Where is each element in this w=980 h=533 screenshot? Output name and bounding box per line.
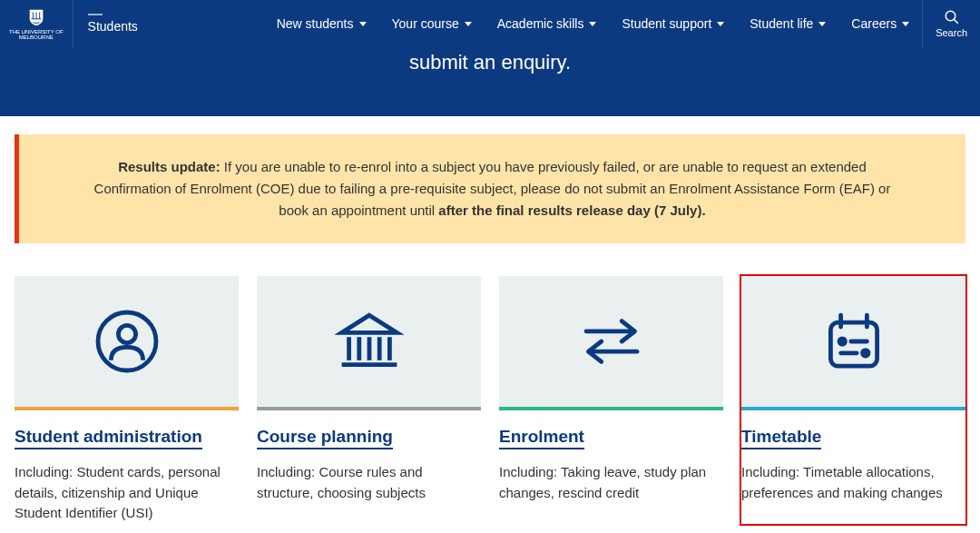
students-label: Students — [88, 19, 138, 34]
card-title-link[interactable]: Enrolment — [499, 427, 584, 449]
nav-item-student-support[interactable]: Student support — [609, 0, 737, 47]
logo[interactable]: THE UNIVERSITY OF MELBOURNE — [0, 0, 74, 47]
students-link[interactable]: Students — [74, 0, 152, 47]
svg-rect-13 — [830, 322, 877, 366]
nav-item-student-life[interactable]: Student life — [737, 0, 838, 47]
bank-icon — [333, 305, 406, 378]
chevron-down-icon — [717, 22, 724, 26]
nav-item-label: Student support — [622, 16, 711, 31]
card-enrolment[interactable]: Enrolment Including: Taking leave, study… — [499, 276, 723, 524]
alert-tail: after the final results release day (7 J… — [438, 202, 705, 218]
card-title-link[interactable]: Student administration — [15, 427, 202, 449]
nav-item-academic-skills[interactable]: Academic skills — [485, 0, 610, 47]
svg-point-3 — [118, 325, 135, 342]
calendar-icon — [818, 305, 890, 378]
card-icon-area — [741, 276, 965, 410]
nav-item-label: Student life — [750, 16, 813, 31]
card-student-administration[interactable]: Student administration Including: Studen… — [15, 276, 239, 524]
svg-point-0 — [946, 11, 956, 21]
nav-item-careers[interactable]: Careers — [838, 0, 922, 47]
hero-banner: submit an enquiry. — [0, 47, 980, 116]
svg-point-16 — [839, 339, 845, 344]
alert-lead: Results update: — [118, 159, 220, 174]
card-course-planning[interactable]: Course planning Including: Course rules … — [257, 276, 481, 524]
nav-item-label: New students — [277, 16, 354, 31]
card-description: Including: Taking leave, study plan chan… — [499, 462, 723, 503]
results-update-alert: Results update: If you are unable to re-… — [15, 134, 965, 243]
chevron-down-icon — [902, 22, 909, 26]
dash-icon — [88, 14, 103, 15]
hero-text: submit an enquiry. — [409, 51, 571, 74]
chevron-down-icon — [465, 22, 472, 26]
card-description: Including: Student cards, personal detai… — [15, 462, 239, 524]
card-icon-area — [499, 276, 723, 410]
chevron-down-icon — [818, 22, 826, 26]
card-icon-area — [257, 276, 481, 410]
card-description: Including: Course rules and structure, c… — [257, 462, 481, 503]
card-title-link[interactable]: Course planning — [257, 427, 393, 449]
topic-cards: Student administration Including: Studen… — [0, 262, 980, 533]
nav-item-label: Academic skills — [497, 16, 584, 31]
arrows-icon — [575, 305, 648, 378]
nav-item-label: Careers — [851, 16, 897, 31]
search-icon — [944, 9, 960, 25]
search-label: Search — [936, 27, 967, 38]
chevron-down-icon — [359, 22, 367, 26]
search-button[interactable]: Search — [922, 0, 980, 47]
nav-item-label: Your course — [392, 16, 459, 31]
svg-point-19 — [862, 350, 867, 356]
nav-item-your-course[interactable]: Your course — [379, 0, 485, 47]
person-icon — [91, 305, 163, 378]
logo-text: THE UNIVERSITY OF MELBOURNE — [9, 29, 64, 40]
chevron-down-icon — [589, 22, 596, 26]
card-title-link[interactable]: Timetable — [741, 427, 821, 449]
nav-item-new-students[interactable]: New students — [264, 0, 379, 47]
card-description: Including: Timetable allocations, prefer… — [741, 462, 965, 503]
primary-nav: New students Your course Academic skills… — [264, 0, 980, 47]
logo-crest-icon — [26, 7, 46, 27]
svg-line-1 — [954, 19, 958, 24]
card-timetable[interactable]: Timetable Including: Timetable allocatio… — [741, 276, 965, 524]
top-nav: THE UNIVERSITY OF MELBOURNE Students New… — [0, 0, 980, 47]
card-icon-area — [15, 276, 239, 410]
svg-marker-4 — [341, 315, 397, 332]
